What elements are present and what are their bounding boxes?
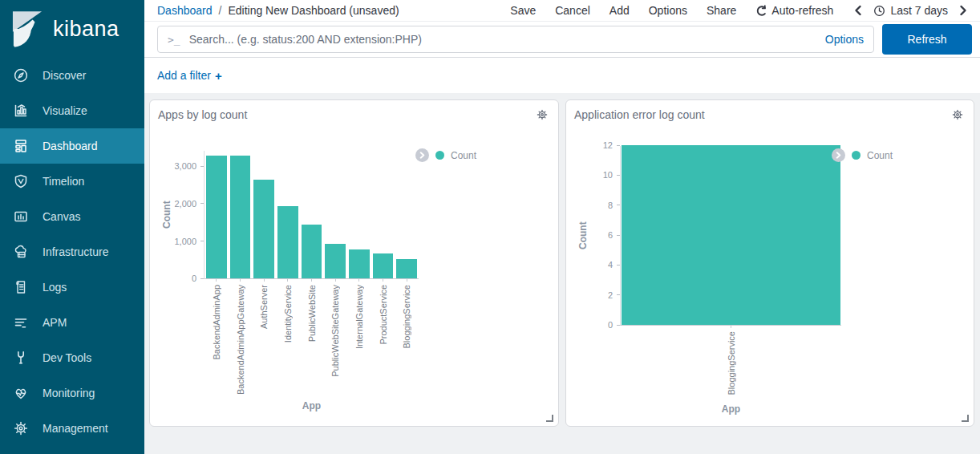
bar-slot [621, 145, 841, 325]
x-category-label: BackendAdminAppGateway [236, 285, 245, 395]
canvas-frame-icon [13, 209, 29, 225]
bar-PublicWebSiteGateway[interactable] [325, 244, 346, 278]
search-box: >_ Options [157, 26, 874, 53]
chart-legend: Count [832, 148, 893, 162]
add-button[interactable]: Add [609, 4, 630, 17]
x-label-slot: BackendAdminAppGateway [229, 278, 253, 395]
auto-refresh-button[interactable]: Auto-refresh [755, 4, 833, 17]
sidebar-item-label: Dev Tools [43, 351, 91, 364]
legend-expand-button[interactable] [832, 148, 845, 162]
sidebar-item-dashboard[interactable]: Dashboard [0, 128, 144, 164]
sidebar-item-devtools[interactable]: Dev Tools [0, 340, 144, 375]
sidebar-item-timelion[interactable]: Timelion [0, 164, 144, 199]
y-tick-label: 3,000 [174, 161, 196, 171]
auto-refresh-label: Auto-refresh [771, 4, 833, 17]
y-tick-mark [200, 241, 204, 241]
bar-IdentityService[interactable] [277, 206, 298, 278]
x-label-slot: InternalGateway [347, 278, 371, 395]
breadcrumb-separator: / [219, 4, 222, 17]
bar-BackendAdminAppGateway[interactable] [230, 156, 251, 278]
time-forward-button[interactable] [959, 5, 967, 16]
x-category-label: ProductService [379, 285, 388, 345]
legend-label[interactable]: Count [867, 150, 893, 161]
legend-label[interactable]: Count [451, 150, 476, 161]
bars [205, 151, 419, 278]
x-category-label: PublicWebSiteGateway [330, 285, 340, 377]
sidebar-item-label: Canvas [43, 210, 80, 223]
clock-icon [873, 5, 885, 17]
shield-icon [13, 173, 29, 189]
bar-BackendAdminApp[interactable] [206, 156, 227, 278]
sidebar-item-logs[interactable]: Logs [0, 270, 144, 305]
sidebar-item-label: Infrastructure [43, 245, 108, 258]
y-axis-title: Count [160, 151, 172, 278]
x-axis-labels: BackendAdminAppBackendAdminAppGatewayAut… [205, 278, 419, 395]
panel-gear-button[interactable] [534, 107, 550, 125]
x-category-label: InternalGateway [354, 285, 364, 349]
time-range-picker[interactable]: Last 7 days [873, 4, 948, 17]
y-tick-label: 12 [603, 140, 613, 150]
bar-PublicWebSite[interactable] [302, 225, 322, 278]
x-category-label: BackendAdminApp [212, 285, 221, 360]
x-tick-mark [383, 278, 383, 282]
panel-gear-button[interactable] [950, 107, 966, 125]
x-tick-mark [311, 278, 312, 282]
panel-resize-handle[interactable] [546, 415, 553, 422]
chevron-left-icon [854, 5, 862, 16]
panel-title: Apps by log count [158, 107, 247, 121]
share-button[interactable]: Share [707, 4, 736, 17]
x-category-label: AuthServer [259, 285, 269, 329]
main-content: Dashboard / Editing New Dashboard (unsav… [144, 0, 980, 454]
refresh-button[interactable]: Refresh [882, 24, 972, 55]
options-button[interactable]: Options [649, 4, 687, 17]
cancel-button[interactable]: Cancel [555, 4, 590, 17]
compass-icon [13, 67, 29, 83]
y-tick-label: 6 [608, 230, 613, 240]
save-button[interactable]: Save [510, 4, 536, 17]
bar-chart-application-error-log-count: Count BloggingService App 024681012 Coun… [574, 132, 966, 414]
sidebar-item-infrastructure[interactable]: Infrastructure [0, 234, 144, 270]
breadcrumb-bar: Dashboard / Editing New Dashboard (unsav… [144, 0, 980, 22]
chevron-right-icon [959, 5, 967, 16]
sidebar-item-monitoring[interactable]: Monitoring [0, 375, 144, 411]
legend-color-dot [852, 151, 861, 160]
legend-expand-button[interactable] [415, 148, 429, 162]
bar-slot [395, 259, 419, 278]
sidebar-item-canvas[interactable]: Canvas [0, 199, 144, 234]
sidebar-item-label: APM [43, 316, 67, 329]
sidebar-item-management[interactable]: Management [0, 411, 144, 446]
time-back-button[interactable] [854, 5, 862, 16]
gear-icon [536, 108, 549, 121]
sidebar-item-visualize[interactable]: Visualize [0, 93, 144, 128]
refresh-cycle-icon [755, 5, 767, 17]
bar-AuthServer[interactable] [253, 180, 274, 278]
kibana-logo[interactable]: kibana [0, 0, 144, 58]
x-axis-title: App [205, 400, 419, 411]
sidebar-item-label: Timelion [43, 175, 84, 188]
time-navigation: Last 7 days [854, 4, 967, 17]
bar-slot [323, 244, 347, 278]
search-options-link[interactable]: Options [825, 33, 864, 46]
sidebar-item-apm[interactable]: APM [0, 305, 144, 340]
panel-resize-handle[interactable] [962, 415, 969, 422]
sidebar: kibana Discover Visualize [0, 0, 144, 454]
breadcrumb-dashboard-link[interactable]: Dashboard [157, 4, 213, 17]
sidebar-item-label: Discover [43, 69, 86, 82]
breadcrumb-current: Editing New Dashboard (unsaved) [228, 4, 399, 17]
search-input[interactable] [189, 33, 816, 46]
bar-slot [205, 156, 229, 278]
y-tick-mark [617, 265, 620, 266]
bar-BloggingService[interactable] [396, 259, 417, 278]
y-tick-label: 2 [608, 290, 613, 300]
bar-ProductService[interactable] [373, 253, 394, 278]
x-label-slot: AuthServer [252, 278, 276, 395]
bar-BloggingService[interactable] [622, 145, 840, 325]
y-tick-label: 4 [608, 260, 613, 270]
panel-header: Apps by log count [158, 107, 550, 125]
add-filter-link[interactable]: Add a filter [157, 69, 211, 82]
y-tick-label: 0 [192, 274, 196, 283]
plus-icon[interactable]: + [215, 69, 222, 83]
sidebar-item-discover[interactable]: Discover [0, 58, 144, 93]
bar-InternalGateway[interactable] [349, 249, 370, 278]
bar-slot [252, 180, 276, 278]
